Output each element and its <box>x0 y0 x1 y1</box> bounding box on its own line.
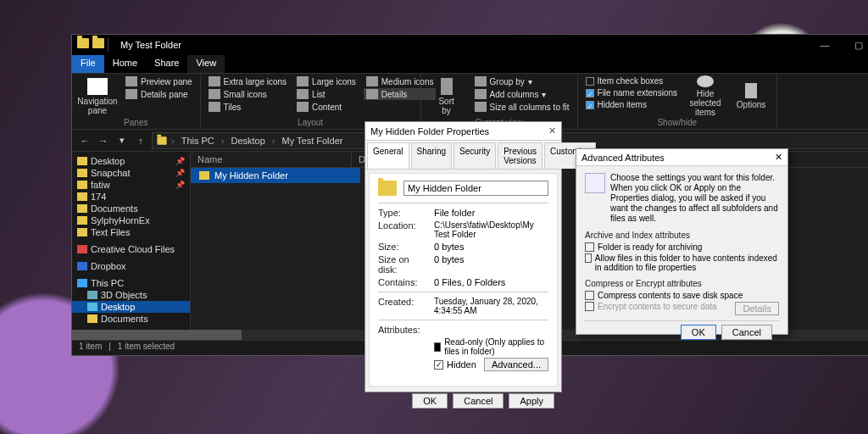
tree-item: fatiw📌 <box>72 179 190 191</box>
details-pane-button[interactable]: Details pane <box>123 88 195 100</box>
details-button: Details <box>735 302 779 315</box>
tree-item: Snapchat📌 <box>72 167 190 179</box>
tree-item: SylphyHornEx <box>72 214 190 226</box>
item-check-boxes-toggle[interactable]: Item check boxes <box>583 75 681 86</box>
dialog-title: My Hidden Folder Properties <box>370 126 489 136</box>
readonly-checkbox[interactable]: ■Read-only (Only applies to files in fol… <box>434 337 548 356</box>
encrypt-checkbox: Encrypt contents to secure data Details <box>585 302 779 315</box>
preview-pane-button[interactable]: Preview pane <box>123 75 195 87</box>
tree-item: Documents <box>72 203 190 214</box>
group-by-button[interactable]: Group by ▾ <box>472 75 572 87</box>
properties-titlebar[interactable]: My Hidden Folder Properties ✕ <box>365 122 561 141</box>
index-checkbox[interactable]: Allow files in this folder to have conte… <box>585 253 779 272</box>
properties-dialog: My Hidden Folder Properties ✕ General Sh… <box>364 121 562 392</box>
tree-item-selected: Desktop <box>72 301 190 313</box>
folder-icon <box>378 181 397 196</box>
qat-icon[interactable] <box>92 38 104 48</box>
section-label: Compress or Encrypt attributes <box>585 279 779 288</box>
list-row-selected[interactable]: My Hidden Folder <box>191 168 360 183</box>
minimize-button[interactable]: — <box>808 35 842 55</box>
info-text: Choose the settings you want for this fo… <box>610 173 779 224</box>
cancel-button[interactable]: Cancel <box>721 325 772 340</box>
info-icon <box>585 173 605 193</box>
layout-tiles[interactable]: Tiles <box>206 101 289 113</box>
forward-button[interactable]: → <box>96 133 111 148</box>
section-label: Archive and Index attributes <box>585 231 779 240</box>
close-icon[interactable]: ✕ <box>548 125 556 136</box>
hidden-items-toggle[interactable]: ✓Hidden items <box>583 99 681 110</box>
tab-home[interactable]: Home <box>104 55 146 73</box>
tab-previous-versions[interactable]: Previous Versions <box>498 142 542 169</box>
layout-small[interactable]: Small icons <box>206 88 289 100</box>
ok-button[interactable]: OK <box>412 393 448 409</box>
properties-tabs: General Sharing Security Previous Versio… <box>365 141 561 170</box>
tab-sharing[interactable]: Sharing <box>411 142 452 169</box>
tab-view[interactable]: View <box>187 55 225 73</box>
advanced-button[interactable]: Advanced... <box>484 358 548 371</box>
hide-selected-button[interactable]: Hide selected items <box>685 75 726 117</box>
window-title: My Test Folder <box>114 40 181 50</box>
navigation-pane-button[interactable]: Navigation pane <box>77 75 118 117</box>
separator <box>108 38 108 52</box>
folder-icon <box>157 136 166 145</box>
size-columns-button[interactable]: Size all columns to fit <box>472 101 572 113</box>
up-button[interactable]: ↑ <box>133 133 148 148</box>
advanced-titlebar[interactable]: Advanced Attributes ✕ <box>576 149 787 166</box>
layout-extra-large[interactable]: Extra large icons <box>206 75 289 87</box>
advanced-attributes-dialog: Advanced Attributes ✕ Choose the setting… <box>576 148 788 335</box>
folder-name-input[interactable] <box>403 181 548 196</box>
tree-item: This PC <box>72 277 190 289</box>
tree-item: Dropbox <box>72 260 190 272</box>
tree-item: Documents <box>72 313 190 325</box>
group-label: Show/hide <box>583 117 772 129</box>
group-label: Panes <box>77 117 195 129</box>
file-name-ext-toggle[interactable]: ✓File name extensions <box>583 87 681 98</box>
options-button[interactable]: Options <box>731 75 771 117</box>
dialog-title: Advanced Attributes <box>581 153 665 163</box>
tab-file[interactable]: File <box>72 55 104 73</box>
apply-button[interactable]: Apply <box>509 393 554 409</box>
recent-button[interactable]: ▾ <box>114 133 130 148</box>
layout-content[interactable]: Content <box>294 101 359 113</box>
tree-item: Creative Cloud Files <box>72 243 190 255</box>
tab-security[interactable]: Security <box>453 142 496 169</box>
maximize-button[interactable]: ▢ <box>842 35 868 55</box>
tab-general[interactable]: General <box>367 142 409 169</box>
folder-icon <box>199 171 209 180</box>
layout-list[interactable]: List <box>294 88 359 100</box>
tab-share[interactable]: Share <box>146 55 187 73</box>
tree-item: 174 <box>72 191 190 203</box>
close-icon[interactable]: ✕ <box>775 152 782 163</box>
tree-item: 3D Objects <box>72 289 190 301</box>
layout-large[interactable]: Large icons <box>294 75 359 87</box>
archive-checkbox[interactable]: Folder is ready for archiving <box>585 242 779 252</box>
back-button[interactable]: ← <box>77 133 92 148</box>
explorer-titlebar[interactable]: My Test Folder — ▢ ✕ <box>72 35 868 55</box>
sort-by-button[interactable]: Sort by <box>426 75 467 117</box>
tree-item: Desktop📌 <box>72 155 190 167</box>
tree-item: Text Files <box>72 226 190 238</box>
navigation-tree[interactable]: Desktop📌 Snapchat📌 fatiw📌 174 Documents … <box>72 152 191 340</box>
hidden-checkbox[interactable]: ✓Hidden Advanced... <box>434 358 548 371</box>
compress-checkbox[interactable]: Compress contents to save disk space <box>585 291 779 300</box>
ribbon-tabs: File Home Share View ⌃? <box>72 55 868 74</box>
ok-button[interactable]: OK <box>681 325 716 340</box>
add-columns-button[interactable]: Add columns ▾ <box>472 88 572 100</box>
cancel-button[interactable]: Cancel <box>453 393 504 409</box>
app-icon <box>77 38 89 48</box>
